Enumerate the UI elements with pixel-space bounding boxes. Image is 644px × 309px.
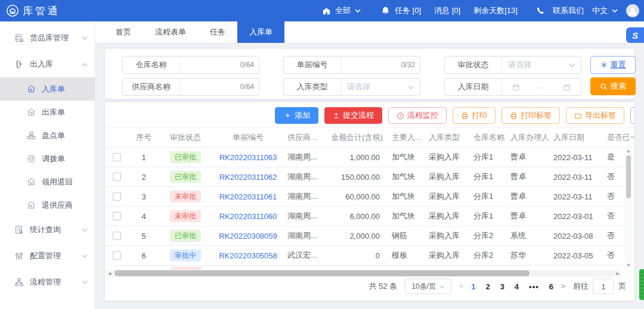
sidebar-item-stocktake-order[interactable]: 盘点单 [0, 124, 95, 147]
row-checkbox[interactable] [113, 192, 121, 201]
field-label: 仓库名称 [123, 57, 180, 73]
bell-icon[interactable] [381, 6, 390, 15]
sidebar-item-requisition-return[interactable]: 领用退回 [0, 170, 95, 193]
print-button[interactable]: 打印 [453, 107, 496, 124]
row-checkbox[interactable] [113, 153, 121, 161]
doc-no-link[interactable]: RK20220308059 [219, 232, 277, 241]
row-checkbox[interactable] [113, 251, 121, 260]
row-checkbox[interactable] [113, 173, 121, 181]
col-warehouse: 仓库名称 [470, 128, 507, 148]
tasks-link[interactable]: 任务 [0] [395, 5, 421, 16]
page-number[interactable]: 1 [471, 282, 475, 291]
tab-label: 入库单 [249, 27, 273, 38]
sidebar-item-label: 统计查询 [30, 224, 76, 235]
approval-status-field: 审批状态 请选择 [444, 56, 581, 74]
toggle-columns-button[interactable]: 显/隐列 [630, 107, 634, 124]
prev-page-arrow[interactable]: < [459, 282, 463, 291]
goods-stack-icon [14, 33, 24, 43]
sidebar-item-label: 出库单 [42, 107, 88, 118]
sidebar-item-inbound-order[interactable]: 入库单 [0, 77, 95, 101]
report-search-icon [14, 225, 24, 235]
doc-no-link[interactable]: RK20220311060 [219, 212, 277, 221]
scroll-right-arrow[interactable]: ▸ [614, 270, 621, 277]
contact-link[interactable]: 联系我们 [553, 5, 584, 16]
sidebar-item-goods-warehouse-mgmt[interactable]: 货品库管理 [0, 25, 95, 51]
page-size-select[interactable]: 10条/页 [405, 279, 451, 294]
page-number[interactable]: 2 [485, 282, 490, 291]
chevron-down-icon [355, 9, 361, 13]
doc-no-link[interactable]: RK20220311061 [219, 192, 277, 201]
sidebar-item-outbound-order[interactable]: 出库单 [0, 101, 95, 124]
scope-selector[interactable]: 全部 [322, 5, 361, 16]
tab-flow-forms[interactable]: 流程表单 [143, 21, 198, 43]
user-avatar[interactable] [626, 4, 639, 17]
doc-no-link[interactable]: RK20220311062 [219, 173, 277, 182]
topbar: 库管通 全部 任务 [0] 消息 [0] 剩余天数[13] 联系我们 中文 [0, 0, 644, 21]
scroll-down-arrow[interactable]: ▼ [625, 262, 632, 269]
approval-status-select[interactable]: 请选择 [502, 57, 581, 73]
browser-extension-badge[interactable]: S [626, 27, 644, 43]
messages-link[interactable]: 消息 [0] [434, 5, 460, 16]
add-button[interactable]: ＋ 添加 [275, 107, 318, 124]
col-seq: 序号 [129, 128, 159, 148]
house-export-icon [26, 201, 36, 210]
goto-page-input[interactable] [593, 279, 614, 294]
green-scroll-indicator[interactable] [639, 269, 644, 300]
sidebar-item-return-to-supplier[interactable]: 退供应商 [0, 193, 95, 217]
cell-amount: 6,000.00 [326, 207, 388, 226]
page-ellipsis[interactable]: ••• [529, 282, 539, 291]
horizontal-scrollbar[interactable]: ◂ ▸ [106, 270, 621, 277]
date-start-picker[interactable] [512, 83, 520, 91]
export-tag-button[interactable]: 导出标签 [566, 107, 624, 124]
reset-button[interactable]: 重置 [590, 56, 636, 74]
sidebar-item-in-out-warehouse[interactable]: 出入库 [0, 51, 95, 77]
chevron-up-icon [82, 63, 88, 67]
submit-flow-button[interactable]: 提交流程 [324, 107, 382, 124]
vertical-scroll-thumb[interactable] [626, 155, 631, 198]
doc-no-link[interactable]: RK20220311063 [219, 153, 277, 162]
tab-home[interactable]: 首页 [104, 21, 143, 43]
search-button[interactable]: 搜索 [590, 77, 636, 95]
tab-inbound-order[interactable]: 入库单 [237, 21, 284, 43]
print-tag-button[interactable]: 打印标签 [501, 107, 560, 124]
sidebar-item-label: 领用退回 [42, 177, 88, 188]
row-checkbox[interactable] [113, 212, 121, 220]
col-amount: 金额合计(含税) [326, 128, 388, 148]
sidebar-item-statistics-query[interactable]: 统计查询 [0, 217, 95, 243]
page-number[interactable]: 4 [515, 282, 519, 291]
next-page-arrow[interactable]: > [561, 282, 565, 291]
page-number[interactable]: 6 [549, 282, 553, 291]
vertical-scrollbar[interactable]: ▲ ▼ [625, 148, 632, 269]
date-end-picker[interactable] [563, 83, 571, 91]
table-row: 5 已审批 RK20220308059 湖南周... 2,000.00 钢筋 采… [105, 226, 634, 246]
cell-seq: 1 [129, 148, 159, 167]
sidebar-item-transfer-order[interactable]: 调拨单 [0, 147, 95, 170]
cell-amount: 60,000.00 [326, 187, 388, 207]
table-row: 2 已审批 RK20220311062 湖南周... 150,000.00 加气… [105, 167, 634, 187]
inbound-type-select[interactable]: 请选择 [341, 79, 420, 95]
app-logo: 库管通 [0, 4, 95, 18]
sidebar-item-label: 配置管理 [30, 251, 76, 261]
tab-tasks[interactable]: 任务 [198, 21, 237, 43]
sidebar-item-workflow-mgmt[interactable]: 流程管理 [0, 269, 95, 295]
cell-type: 采购入库 [425, 226, 470, 246]
field-label: 入库类型 [284, 79, 341, 95]
cell-seq: 4 [129, 207, 159, 226]
page-number[interactable]: 3 [500, 282, 504, 291]
language-selector[interactable]: 中文 [592, 5, 618, 16]
inbound-date-field: 入库日期 - [444, 78, 581, 96]
doc-no-link[interactable]: RK20220305058 [219, 251, 277, 260]
cell-seq: 5 [129, 226, 159, 246]
cell-material: 模板 [388, 246, 425, 266]
scroll-up-arrow[interactable]: ▲ [625, 148, 632, 155]
sidebar-item-config-mgmt[interactable]: 配置管理 [0, 243, 95, 269]
scroll-left-arrow[interactable]: ◂ [106, 270, 113, 277]
row-checkbox[interactable] [113, 232, 121, 240]
flow-monitor-button[interactable]: 流程监控 [388, 107, 447, 124]
app-logo-icon [6, 4, 19, 17]
sparkle-icon [600, 61, 608, 68]
horizontal-scroll-thumb[interactable] [114, 270, 530, 276]
cell-seq: 2 [129, 167, 159, 187]
results-panel: ＋ 添加 提交流程 流程监控 打印 打印标签 [105, 102, 634, 301]
sidebar-item-label: 退供应商 [42, 200, 88, 211]
